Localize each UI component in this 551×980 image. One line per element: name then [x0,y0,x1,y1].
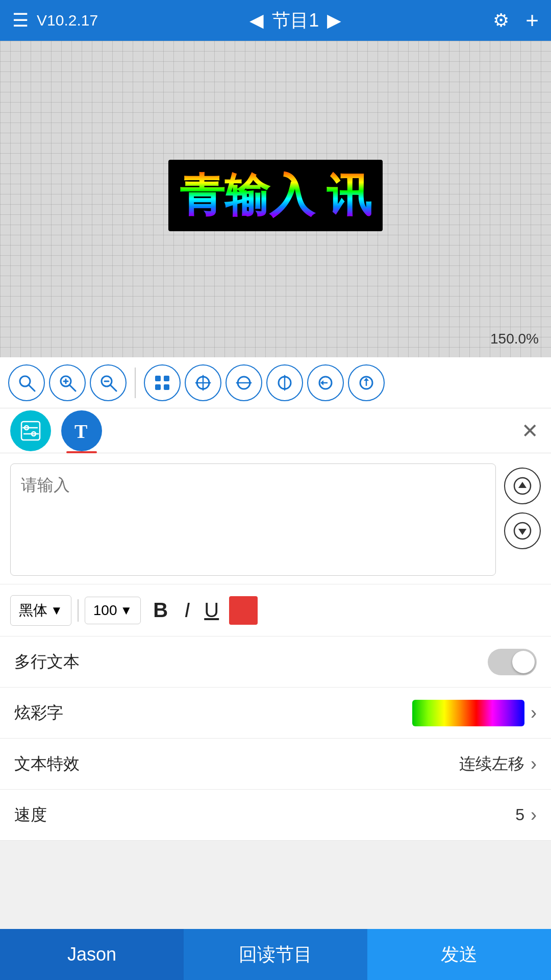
svg-marker-43 [518,529,527,535]
jason-button[interactable]: Jason [0,929,184,980]
text-effect-chevron-icon[interactable]: › [531,753,537,775]
speed-row: 速度 5 › [0,790,551,841]
font-size-select[interactable]: 100 ▼ [85,597,141,624]
speed-label: 速度 [14,804,47,826]
toolbar-divider [135,368,136,398]
canvas-area: 青输入 讯 150.0% [0,41,551,357]
svg-marker-30 [320,380,323,385]
text-effect-value: 连续左移 [459,753,524,775]
menu-icon[interactable]: ☰ [12,10,29,31]
tab-settings[interactable] [10,410,51,451]
text-input-section [0,453,551,584]
add-button[interactable]: + [525,8,539,33]
up-button[interactable] [348,364,385,401]
italic-button[interactable]: I [180,595,194,626]
svg-rect-9 [155,376,161,381]
zoom-out-button[interactable] [90,364,127,401]
back-button[interactable] [307,364,344,401]
svg-rect-34 [21,422,40,440]
top-bar: ☰ V10.2.17 ◀ 节目1 ▶ ⚙ + [0,0,551,41]
svg-marker-41 [518,482,527,488]
reload-button[interactable]: 回读节目 [184,929,367,980]
multiline-text-row: 多行文本 [0,636,551,688]
svg-text:T: T [74,421,87,442]
text-down-button[interactable] [504,512,541,549]
led-text: 青输入 讯 [180,165,371,226]
zoom-level: 150.0% [490,331,539,347]
svg-rect-11 [155,384,161,390]
speed-value: 5 [515,805,524,824]
speed-chevron-icon[interactable]: › [531,804,537,826]
search-button[interactable] [8,364,45,401]
text-input[interactable] [10,463,496,576]
underline-button[interactable]: U [200,595,223,626]
text-up-button[interactable] [504,468,541,504]
text-color-picker[interactable] [229,596,258,625]
move-button[interactable] [185,364,221,401]
font-family-select[interactable]: 黑体 ▼ [10,595,71,626]
font-family-dropdown-icon: ▼ [51,603,63,618]
colorful-text-row: 炫彩字 › [0,688,551,739]
svg-line-1 [29,385,35,391]
bottom-bar: Jason 回读节目 发送 [0,929,551,980]
text-effect-row: 文本特效 连续左移 › [0,739,551,790]
font-family-label: 黑体 [19,601,47,620]
multiline-text-toggle[interactable] [488,649,537,675]
tab-text[interactable]: T [61,410,102,451]
text-effect-label: 文本特效 [14,753,80,775]
svg-line-5 [69,385,76,391]
colorful-text-label: 炫彩字 [14,702,63,724]
tabs-row: T ✕ [0,408,551,453]
led-display[interactable]: 青输入 讯 [168,160,383,231]
font-controls-row: 黑体 ▼ 100 ▼ B I U [0,584,551,636]
nav-prev-button[interactable]: ◀ [249,10,264,31]
font-size-label: 100 [93,602,117,619]
nav-title-label: 节目1 [272,8,319,33]
settings-icon[interactable]: ⚙ [493,10,509,31]
text-arrows [504,463,541,549]
toolbar-row [0,357,551,408]
send-button[interactable]: 发送 [367,929,551,980]
svg-marker-33 [364,378,369,381]
v-resize-button[interactable] [266,364,303,401]
bold-button[interactable]: B [147,595,174,626]
toggle-thumb [512,651,535,673]
zoom-in-button[interactable] [49,364,86,401]
multiline-text-label: 多行文本 [14,651,80,673]
version-label: V10.2.17 [37,12,98,29]
svg-line-8 [110,385,116,391]
colorful-chevron-icon[interactable]: › [531,702,537,724]
font-divider [78,599,79,622]
rainbow-color-bar[interactable] [412,700,524,726]
grid-button[interactable] [144,364,181,401]
close-panel-button[interactable]: ✕ [521,419,539,443]
svg-rect-12 [164,384,169,390]
font-size-dropdown-icon: ▼ [120,603,132,618]
h-resize-button[interactable] [226,364,262,401]
nav-next-button[interactable]: ▶ [327,10,341,31]
svg-rect-10 [164,376,169,381]
